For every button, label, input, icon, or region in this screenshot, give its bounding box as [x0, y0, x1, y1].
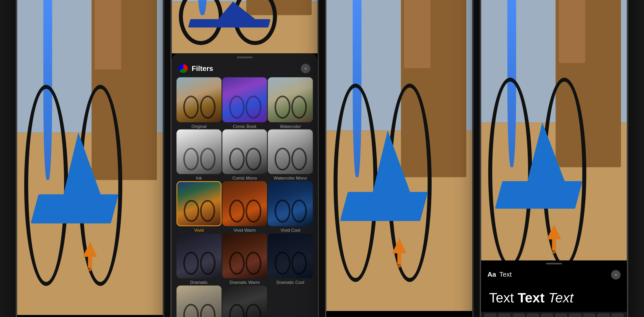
arrow-3 [392, 238, 407, 268]
filter-name-watercolor-mono: Watercolor Mono [274, 176, 307, 181]
filter-name-comic-book: Comic Book [233, 124, 256, 129]
bike-sil [268, 190, 313, 226]
bike-sil [222, 190, 267, 226]
filter-name-dramatic: Dramatic [190, 280, 208, 285]
filter-cell-vivid-warm[interactable]: Vivid Warm [222, 181, 267, 232]
bike-sil [176, 294, 221, 317]
filter-name-watercolor: Watercolor [280, 124, 301, 129]
photo-sim-4 [481, 0, 627, 295]
arrow-tip-3 [398, 265, 401, 268]
filter-cell-comic-book[interactable]: Comic Book [222, 77, 267, 128]
filters-icon-2 [179, 64, 188, 73]
key-i[interactable]: I [583, 313, 596, 317]
photo-sim-3 [326, 0, 472, 311]
phone-4-inner: Retake Done [481, 0, 627, 317]
filter-cell-watercolor[interactable]: Watercolor [268, 77, 313, 128]
filter-cell-silvertone[interactable]: Silvertone [176, 285, 221, 317]
filter-name-ink: Ink [196, 176, 202, 181]
arrow-head-1 [83, 242, 97, 257]
arrow-body-4 [552, 239, 556, 250]
text-demo-4: Text Text Text [481, 284, 627, 312]
filter-cell-vivid-cool[interactable]: Vivid Cool [268, 181, 313, 232]
filters-panel-2: Filters × Original [172, 53, 318, 317]
filter-cell-dramatic-warm[interactable]: Dramatic Warm [222, 233, 267, 284]
arrow-body-1 [88, 257, 92, 268]
arrow-tip-4 [552, 250, 556, 254]
bike-sil [268, 138, 313, 174]
arrow-1 [83, 242, 97, 271]
phone-1-inner: Retake Done [17, 0, 163, 317]
close-icon-2: × [304, 66, 307, 71]
bike-sil [176, 138, 221, 174]
filter-cell-dramatic-cool[interactable]: Dramatic Cool [268, 233, 313, 284]
bike-sil [176, 86, 221, 122]
photo-sim-1 [17, 0, 163, 315]
text-demo-italic: Text [548, 290, 574, 305]
bike-sil [268, 86, 313, 122]
filter-name-dramatic-warm: Dramatic Warm [229, 280, 260, 285]
text-demo-normal: Text [489, 290, 517, 305]
key-w[interactable]: W [498, 313, 511, 317]
filter-name-original: Original [191, 124, 207, 129]
key-p[interactable]: P [611, 313, 624, 317]
text-aa-icon: Aa [487, 271, 496, 279]
phone-4: Retake Done [480, 0, 628, 317]
text-label-4: Text [499, 271, 512, 279]
filter-name-vivid-warm: Vivid Warm [234, 228, 256, 233]
filter-cell-comic-mono[interactable]: Comic Mono [222, 129, 267, 180]
keyboard-area-4: Q W E R T Y U I O P A S [481, 312, 627, 317]
arrow-head-4 [547, 224, 561, 239]
text-demo-bold: Text [518, 290, 548, 305]
bike-sil [176, 242, 221, 278]
filter-cell-noir[interactable]: Noir [222, 285, 267, 317]
edit-bottom-4: Aa Text × Text Text Text Q W E [481, 260, 627, 317]
phone-1: Retake Done [16, 0, 164, 317]
key-q[interactable]: Q [484, 313, 497, 317]
close-icon-4: × [614, 272, 617, 278]
key-r[interactable]: R [526, 313, 539, 317]
filter-name-dramatic-cool: Dramatic Cool [276, 280, 304, 285]
bike-sil [268, 242, 313, 278]
key-y[interactable]: Y [555, 313, 567, 317]
filter-cell-watercolor-mono[interactable]: Watercolor Mono [268, 129, 313, 180]
camera-view-3 [326, 0, 472, 311]
filter-cell-dramatic[interactable]: Dramatic [176, 233, 221, 284]
panel-title-2: Filters [179, 64, 213, 73]
photo-sim-2 [172, 0, 318, 53]
camera-preview-2 [172, 0, 318, 53]
text-panel-label-4: Aa Text [487, 271, 512, 279]
filter-cell-ink[interactable]: Ink [176, 129, 221, 180]
phone-3: Retake Done [326, 0, 473, 317]
phone-3-inner: Retake Done [326, 0, 472, 317]
key-o[interactable]: O [597, 313, 610, 317]
text-panel-header-4: Aa Text × [481, 266, 627, 284]
key-u[interactable]: U [569, 313, 582, 317]
panel-header-2: Filters × [172, 58, 318, 77]
filters-text-2: Filters [192, 64, 213, 73]
filter-grid-2: Original Comic Book Watercol [172, 77, 318, 317]
key-e[interactable]: E [513, 313, 525, 317]
filter-name-vivid: Vivid [194, 228, 204, 233]
bike-sil [222, 294, 267, 317]
drag-handle-4 [546, 263, 562, 264]
filter-name-comic-mono: Comic Mono [232, 176, 257, 181]
filter-name-vivid-cool: Vivid Cool [281, 228, 300, 233]
phones-container: Retake Done [16, 0, 628, 317]
bike-sil [222, 138, 267, 174]
key-t[interactable]: T [541, 313, 553, 317]
phone-2-inner: Retake Done [172, 0, 318, 317]
bike-sil [222, 86, 267, 122]
bike-sil [222, 242, 267, 278]
filter-cell-original[interactable]: Original [176, 77, 221, 128]
bike-sil [177, 191, 220, 226]
arrow-4 [547, 224, 561, 254]
close-text-4[interactable]: × [611, 270, 621, 279]
wheel-l-1 [24, 85, 68, 286]
wheel-l-4 [488, 78, 532, 267]
arrow-head-3 [392, 238, 407, 253]
arrow-body-3 [397, 253, 401, 264]
camera-view-4 [481, 0, 627, 295]
close-panel-2[interactable]: × [301, 64, 310, 73]
phone-2: Retake Done [171, 0, 319, 317]
filter-cell-vivid[interactable]: Vivid [176, 181, 221, 232]
